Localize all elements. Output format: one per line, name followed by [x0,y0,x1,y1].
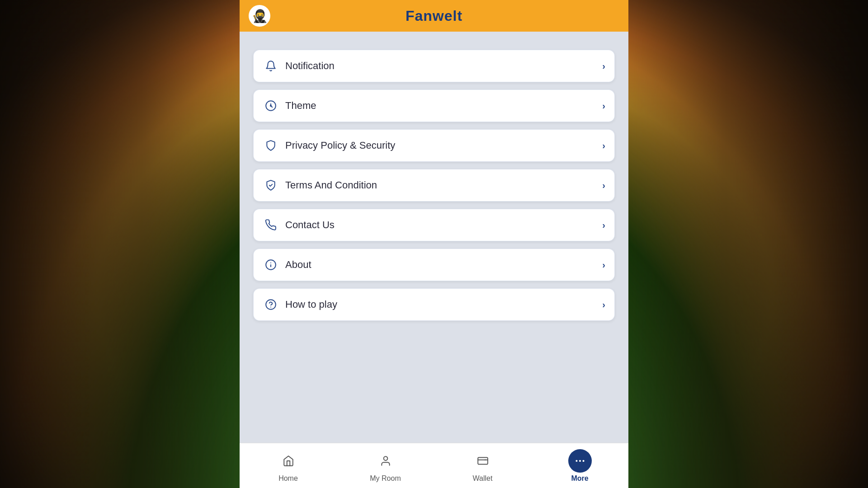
notification-chevron: › [602,61,605,71]
app-logo: 🥷 [249,5,270,27]
nav-item-home[interactable]: Home [240,449,337,483]
contact-chevron: › [602,220,605,230]
myroom-nav-icon [374,449,397,473]
terms-chevron: › [602,180,605,191]
menu-item-terms[interactable]: Terms And Condition › [253,169,615,202]
bottom-nav: Home My Room Wallet More [240,443,628,488]
menu-item-theme[interactable]: Theme › [253,89,615,122]
menu-item-howtoplay[interactable]: How to play › [253,288,615,321]
svg-rect-8 [478,457,488,464]
theme-chevron: › [602,101,605,111]
theme-label: Theme [285,100,602,112]
nav-item-myroom[interactable]: My Room [337,449,434,483]
notification-label: Notification [285,60,602,72]
home-nav-icon [277,449,300,473]
bell-icon [263,58,279,74]
about-chevron: › [602,260,605,270]
svg-point-10 [583,460,584,461]
phone-icon [263,217,279,233]
shield-icon [263,137,279,154]
background-left-shadow [0,0,240,488]
main-content: Notification › Theme › Privacy Policy & … [240,32,628,443]
svg-point-7 [383,456,387,460]
svg-point-1 [270,105,271,106]
svg-point-9 [579,460,580,461]
home-nav-label: Home [278,474,298,483]
svg-point-11 [576,460,577,461]
wallet-nav-icon [471,449,495,473]
background-right-shadow [628,0,868,488]
menu-item-contact[interactable]: Contact Us › [253,209,615,241]
shield-check-icon [263,177,279,193]
privacy-chevron: › [602,141,605,151]
phone-container: 🥷 Fanwelt Notification › Theme › Priva [240,0,628,488]
help-icon [263,296,279,313]
about-label: About [285,259,602,271]
menu-item-notification[interactable]: Notification › [253,50,615,82]
info-icon [263,257,279,273]
terms-label: Terms And Condition [285,179,602,191]
nav-item-wallet[interactable]: Wallet [434,449,531,483]
contact-label: Contact Us [285,219,602,231]
privacy-label: Privacy Policy & Security [285,140,602,151]
menu-item-about[interactable]: About › [253,249,615,281]
svg-point-5 [266,300,276,310]
nav-item-more[interactable]: More [531,449,628,483]
myroom-nav-label: My Room [370,474,401,483]
wallet-nav-label: Wallet [473,474,493,483]
howtoplay-label: How to play [285,299,602,310]
menu-item-privacy[interactable]: Privacy Policy & Security › [253,129,615,162]
app-title: Fanwelt [406,8,462,24]
more-nav-icon [568,449,592,473]
app-header: 🥷 Fanwelt [240,0,628,32]
howtoplay-chevron: › [602,300,605,310]
palette-icon [263,98,279,114]
more-nav-label: More [571,474,588,483]
logo-emoji: 🥷 [252,9,268,23]
